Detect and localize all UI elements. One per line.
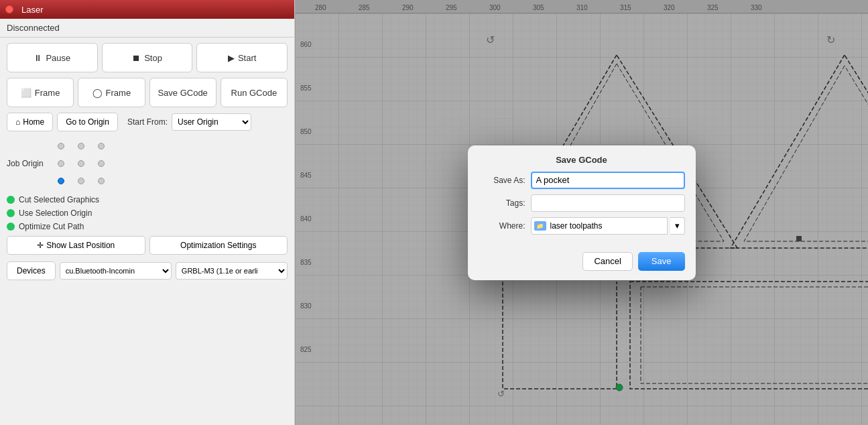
close-button[interactable] xyxy=(5,5,13,13)
canvas-area: 280 285 290 295 300 305 310 315 320 325 … xyxy=(295,0,868,425)
pause-button[interactable]: ⏸ Pause xyxy=(7,43,98,72)
tags-input[interactable] xyxy=(531,194,685,212)
stop-icon: ⏹ xyxy=(132,53,141,63)
origin-dot-mr[interactable] xyxy=(92,156,111,172)
pause-label: Pause xyxy=(46,53,70,63)
where-field: 📁 laser toolpaths ▾ xyxy=(531,217,685,235)
dialog-title: Save GCode xyxy=(468,145,696,172)
run-gcode-button[interactable]: Run GCode xyxy=(221,78,288,107)
devices-row: Devices cu.Bluetooth-Incomin GRBL-M3 (1.… xyxy=(0,257,294,284)
origin-dot-tl[interactable] xyxy=(52,138,70,154)
save-button[interactable]: Save xyxy=(638,252,685,271)
dialog-overlay: Save GCode Save As: Tags: Where: xyxy=(295,0,868,425)
status-bar: Disconnected xyxy=(0,19,294,38)
origin-dot-bc[interactable] xyxy=(72,173,90,189)
show-last-position-label: Show Last Position xyxy=(46,241,115,250)
devices-label: Devices xyxy=(17,266,46,276)
show-last-position-button[interactable]: ✛ Show Last Position xyxy=(7,236,145,255)
folder-icon: 📁 xyxy=(534,221,546,231)
tags-label: Tags: xyxy=(479,198,525,208)
frame2-button[interactable]: ◯ Frame xyxy=(78,78,145,107)
dialog-body: Save As: Tags: Where: 📁 laser toolpaths xyxy=(468,172,696,249)
save-gcode-button[interactable]: Save GCode xyxy=(149,78,216,107)
main-controls-row: ⏸ Pause ⏹ Stop ▶ Start xyxy=(0,38,294,75)
frame1-icon: ⬜ xyxy=(21,88,32,98)
home-icon: ⌂ xyxy=(15,117,20,127)
cancel-button[interactable]: Cancel xyxy=(582,252,632,271)
action-btn-row: ✛ Show Last Position Optimization Settin… xyxy=(0,233,294,257)
origin-dot-tc[interactable] xyxy=(72,138,90,154)
save-dialog: Save GCode Save As: Tags: Where: xyxy=(468,145,696,280)
optimize-cut-label: Optimize Cut Path xyxy=(19,222,84,231)
left-panel: Laser Disconnected ⏸ Pause ⏹ Stop ▶ Star… xyxy=(0,0,295,425)
origin-dot-bl[interactable] xyxy=(52,173,70,189)
cut-selected-row: Cut Selected Graphics xyxy=(0,193,294,206)
optimization-settings-button[interactable]: Optimization Settings xyxy=(149,236,288,255)
stop-button[interactable]: ⏹ Stop xyxy=(102,43,193,72)
frame1-button[interactable]: ⬜ Frame xyxy=(7,78,74,107)
job-origin-row: Job Origin xyxy=(0,134,294,193)
connection-status: Disconnected xyxy=(7,23,60,33)
run-gcode-label: Run GCode xyxy=(231,88,277,98)
use-selection-indicator xyxy=(7,209,15,217)
tags-row: Tags: xyxy=(479,194,685,212)
go-to-origin-label: Go to Origin xyxy=(66,117,109,127)
cut-selected-indicator xyxy=(7,196,15,204)
use-selection-label: Use Selection Origin xyxy=(19,208,92,218)
crosshair-icon: ✛ xyxy=(37,241,44,250)
optimize-cut-indicator xyxy=(7,223,15,231)
where-value: laser toolpaths xyxy=(550,221,603,231)
save-gcode-label: Save GCode xyxy=(158,88,207,98)
frame2-icon: ◯ xyxy=(92,88,103,98)
save-as-input[interactable] xyxy=(531,172,685,189)
use-selection-row: Use Selection Origin xyxy=(0,206,294,220)
optimization-settings-label: Optimization Settings xyxy=(180,241,256,250)
go-to-origin-button[interactable]: Go to Origin xyxy=(57,113,118,131)
device-grbl-select[interactable]: GRBL-M3 (1.1e or earli xyxy=(176,262,288,280)
origin-grid xyxy=(52,138,111,189)
devices-button[interactable]: Devices xyxy=(7,261,56,280)
title-bar: Laser xyxy=(0,0,294,19)
stop-label: Stop xyxy=(144,53,162,63)
start-label: Start xyxy=(238,53,256,63)
start-from-select[interactable]: User Origin Absolute Coords xyxy=(172,113,251,131)
job-origin-label: Job Origin xyxy=(7,159,44,168)
origin-dot-mc[interactable] xyxy=(72,156,90,172)
save-as-row: Save As: xyxy=(479,172,685,189)
optimize-cut-row: Optimize Cut Path xyxy=(0,220,294,233)
dialog-buttons: Cancel Save xyxy=(468,249,696,280)
nav-row: ⌂ Home Go to Origin Start From: User Ori… xyxy=(0,110,294,134)
cut-selected-label: Cut Selected Graphics xyxy=(19,195,99,204)
start-from-label: Start From: xyxy=(127,117,168,127)
origin-dot-br[interactable] xyxy=(92,173,111,189)
secondary-controls-row: ⬜ Frame ◯ Frame Save GCode Run GCode xyxy=(0,75,294,110)
start-button[interactable]: ▶ Start xyxy=(196,43,288,72)
device-port-select[interactable]: cu.Bluetooth-Incomin xyxy=(60,262,172,280)
origin-dot-ml[interactable] xyxy=(52,156,70,172)
home-button[interactable]: ⌂ Home xyxy=(7,113,53,131)
frame2-label: Frame xyxy=(106,88,131,98)
start-icon: ▶ xyxy=(228,53,235,63)
where-arrow-button[interactable]: ▾ xyxy=(670,217,685,235)
where-dropdown[interactable]: 📁 laser toolpaths xyxy=(531,217,668,235)
where-row: Where: 📁 laser toolpaths ▾ xyxy=(479,217,685,235)
home-label: Home xyxy=(23,117,44,127)
app-title: Laser xyxy=(21,5,44,15)
frame1-label: Frame xyxy=(35,88,60,98)
save-as-label: Save As: xyxy=(479,176,525,185)
origin-dot-tr[interactable] xyxy=(92,138,111,154)
where-label: Where: xyxy=(479,221,525,231)
pause-icon: ⏸ xyxy=(34,53,42,63)
